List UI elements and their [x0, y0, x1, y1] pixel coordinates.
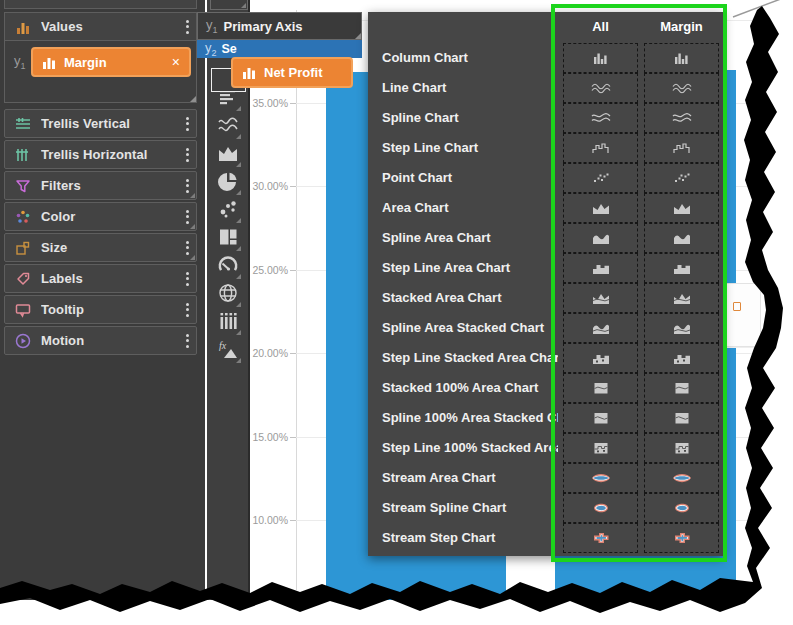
gauge-chart-icon[interactable]	[214, 254, 242, 280]
function-fx-icon[interactable]	[214, 338, 242, 364]
y-axis-tick	[290, 437, 296, 438]
y-axis-tick-label: 30.00%	[248, 180, 288, 192]
primary-axis-label: Primary Axis	[224, 19, 303, 34]
trellis-horizontal-icon	[14, 146, 32, 164]
bar-chart-icon	[242, 66, 257, 79]
values-title: Values	[41, 19, 180, 34]
item-menu-button[interactable]	[180, 334, 194, 348]
pie-chart-icon[interactable]	[214, 170, 242, 196]
item-menu-button[interactable]	[180, 241, 194, 255]
chart-type-label[interactable]: Step Line Area Chart	[382, 253, 558, 283]
y-axis-tick	[290, 520, 296, 521]
item-menu-button[interactable]	[180, 303, 194, 317]
chart-type-label[interactable]: Line Chart	[382, 73, 558, 103]
treemap-chart-icon[interactable]	[214, 226, 242, 252]
sparkline-chart-icon[interactable]	[214, 310, 242, 336]
chart-type-label[interactable]: Spline Chart	[382, 103, 558, 133]
net-profit-pill[interactable]: Net Profit	[231, 57, 353, 88]
values-header[interactable]: Values	[4, 12, 197, 41]
y-axis-tick	[290, 186, 296, 187]
size-icon	[14, 239, 32, 257]
tooltip-icon	[14, 301, 32, 319]
y-axis-tick-label: 25.00%	[248, 264, 288, 276]
chart-type-label[interactable]: Stacked Area Chart	[382, 283, 558, 313]
chart-type-label[interactable]: Stacked 100% Area Chart	[382, 373, 558, 403]
item-menu-button[interactable]	[180, 117, 194, 131]
y-axis-tick	[290, 270, 296, 271]
bar-chart-icon	[14, 18, 32, 36]
sidebar-item-trellis-vertical[interactable]: Trellis Vertical	[4, 109, 197, 138]
dashboard-designer-window: fx 35.00%30.00%25.00%20.00%15.00%10.00%	[0, 0, 793, 625]
y-axis-tick-label: 10.00%	[248, 514, 288, 526]
chart-type-partial-icon[interactable]	[210, 0, 248, 10]
remove-field-button[interactable]: ×	[172, 54, 180, 70]
settings-sidebar: Values y1 Margin × Trellis Vertical Trel…	[0, 0, 205, 600]
sidebar-item-labels[interactable]: Labels	[4, 264, 197, 293]
chart-type-label[interactable]: Spline Area Chart	[382, 223, 558, 253]
sidebar-item-filters[interactable]: Filters	[4, 171, 197, 200]
scatter-chart-icon[interactable]	[214, 198, 242, 224]
sidebar-item-motion[interactable]: Motion	[4, 326, 197, 355]
sidebar-item-size[interactable]: Size	[4, 233, 197, 262]
primary-axis-header[interactable]: y1 Primary Axis	[197, 12, 362, 40]
filter-icon	[14, 177, 32, 195]
sidebar-item-trellis-horizontal[interactable]: Trellis Horizontal	[4, 140, 197, 169]
y-axis-tick	[290, 353, 296, 354]
secondary-axis-label: Se	[222, 42, 237, 56]
axis-prefix-y1: y1	[206, 17, 218, 35]
map-chart-icon[interactable]	[214, 282, 242, 308]
values-section: Values y1 Margin ×	[4, 12, 197, 103]
axis-prefix-y1: y1	[14, 53, 26, 71]
bar-chart-icon	[42, 56, 57, 69]
values-menu-button[interactable]	[180, 20, 194, 34]
item-menu-button[interactable]	[180, 210, 194, 224]
item-menu-button[interactable]	[180, 272, 194, 286]
sidebar-item-tooltip[interactable]: Tooltip	[4, 295, 197, 324]
chart-type-label[interactable]: Area Chart	[382, 193, 558, 223]
margin-field-pill[interactable]: Margin ×	[31, 47, 191, 77]
secondary-axis-row[interactable]: y2 Se	[197, 40, 362, 58]
chart-type-label[interactable]: Point Chart	[382, 163, 558, 193]
chart-type-label[interactable]: Step Line Stacked Area Chart	[382, 343, 558, 373]
tag-icon	[14, 270, 32, 288]
spline-chart-icon[interactable]	[214, 114, 242, 140]
chart-type-label[interactable]: Stream Step Chart	[382, 523, 558, 553]
item-menu-button[interactable]	[180, 148, 194, 162]
motion-icon	[14, 332, 32, 350]
margin-field-label: Margin	[64, 55, 107, 70]
y-axis-line	[296, 10, 297, 590]
area-chart-icon[interactable]	[214, 142, 242, 168]
chart-type-label[interactable]: Spline 100% Area Stacked Chart	[382, 403, 558, 433]
sidebar-item-color[interactable]: Color	[4, 202, 197, 231]
y-axis-tick	[290, 103, 296, 104]
chart-type-label[interactable]: Stream Area Chart	[382, 463, 558, 493]
chart-type-label[interactable]: Step Line Chart	[382, 133, 558, 163]
color-dots-icon	[14, 208, 32, 226]
legend-marker-icon	[733, 302, 741, 311]
y-axis-tick-label: 15.00%	[248, 431, 288, 443]
sidebar-partial-section	[4, 0, 197, 9]
y-axis-tick-label: 20.00%	[248, 347, 288, 359]
highlight-rectangle	[551, 4, 727, 562]
item-menu-button[interactable]	[180, 179, 194, 193]
trellis-vertical-icon	[14, 115, 32, 133]
chart-type-label[interactable]: Stream Spline Chart	[382, 493, 558, 523]
chart-type-label[interactable]: Step Line 100% Stacked Area Chart	[382, 433, 558, 463]
chart-type-label[interactable]: Spline Area Stacked Chart	[382, 313, 558, 343]
y-axis-tick-label: 35.00%	[248, 97, 288, 109]
axis-prefix-y2: y2	[205, 40, 217, 58]
chart-type-label[interactable]: Column Chart	[382, 43, 558, 73]
net-profit-label: Net Profit	[264, 65, 323, 80]
